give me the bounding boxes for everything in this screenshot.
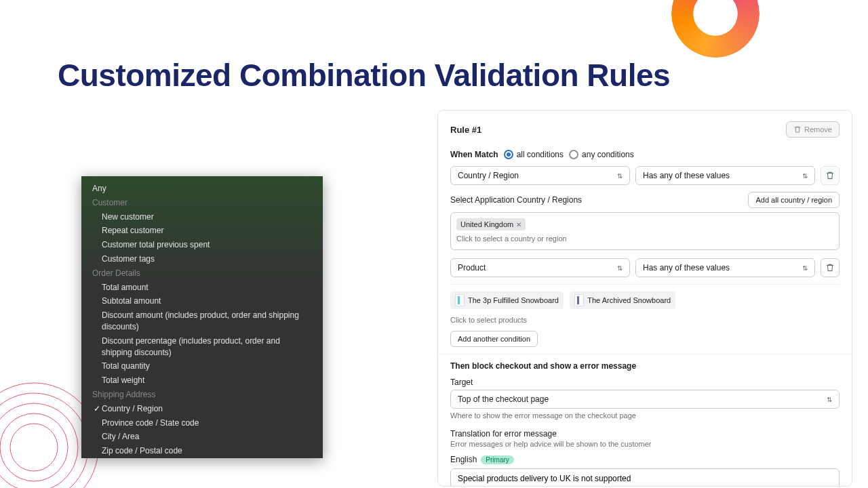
dropdown-item[interactable]: City / Area [81,430,323,444]
dropdown-item[interactable]: Total amount [81,281,323,295]
when-match-label: When Match [450,150,498,159]
remove-label: Remove [804,125,832,134]
svg-point-4 [10,424,58,471]
condition-op-select[interactable]: Has any of these values ⇅ [635,166,815,185]
trash-icon [825,263,835,272]
chevron-icon: ⇅ [802,264,808,272]
select-value: Country / Region [458,171,519,180]
radio-label: any conditions [582,150,634,159]
dropdown-item-selected[interactable]: Country / Region [81,402,323,416]
select-countries-label: Select Application Country / Regions [450,195,582,205]
condition-op-select[interactable]: Has any of these values ⇅ [635,258,815,277]
primary-badge: Primary [481,455,513,464]
remove-chip-icon[interactable]: ✕ [516,221,521,228]
rule-panel: Rule #1 Remove When Match all conditions… [437,110,852,487]
select-value: Top of the checkout page [458,394,549,404]
select-value: Product [458,263,486,272]
product-chip[interactable]: The 3p Fulfilled Snowboard [450,291,564,309]
add-condition-button[interactable]: Add another condition [450,331,538,347]
select-value: Has any of these values [643,171,730,180]
product-thumb-icon [455,294,465,306]
product-chip-label: The Archived Snowboard [587,296,671,304]
chip-label: United Kingdom [460,220,513,228]
product-thumb-icon [574,294,584,306]
divider [438,354,852,354]
radio-label: all conditions [517,150,564,159]
dropdown-item[interactable]: Customer total previous spent [81,238,323,252]
dropdown-item[interactable]: Repeat customer [81,224,323,238]
dropdown-category-shipping: Shipping Address [81,388,323,402]
language-english: English [450,455,477,464]
error-message-input[interactable] [450,468,840,487]
radio-dot-icon [569,150,578,159]
country-chip-input[interactable]: United Kingdom ✕ Click to select a count… [450,212,840,250]
add-all-countries-button[interactable]: Add all country / region [748,192,840,208]
radio-any-conditions[interactable]: any conditions [569,150,634,159]
condition-field-select[interactable]: Product ⇅ [450,258,630,277]
trash-icon [825,171,835,180]
decorative-gradient-ring [671,0,760,58]
products-area[interactable]: The 3p Fulfilled Snowboard The Archived … [450,284,840,324]
select-value: Has any of these values [643,263,730,272]
chevron-icon: ⇅ [617,172,623,180]
target-label: Target [450,378,840,387]
dropdown-item[interactable]: Subtotal amount [81,294,323,308]
dropdown-item[interactable]: Customer tags [81,252,323,266]
dropdown-item-any[interactable]: Any [81,182,323,196]
dropdown-item[interactable]: Total quantity [81,359,323,373]
dropdown-item[interactable]: Total weight [81,373,323,388]
radio-dot-icon [504,150,513,159]
country-chip[interactable]: United Kingdom ✕ [456,218,526,230]
radio-all-conditions[interactable]: all conditions [504,150,564,159]
target-select[interactable]: Top of the checkout page ⇅ [450,390,840,409]
dropdown-item[interactable]: Discount percentage (includes product, o… [81,334,323,360]
remove-rule-button[interactable]: Remove [786,121,840,138]
svg-point-2 [0,403,78,488]
rule-title: Rule #1 [450,125,481,135]
dropdown-category-order: Order Details [81,266,323,281]
product-chip-label: The 3p Fulfilled Snowboard [468,296,559,304]
delete-condition-button[interactable] [821,258,840,277]
translation-label: Translation for error message [450,429,840,439]
block-message-header: Then block checkout and show a error mes… [450,361,840,371]
dropdown-item[interactable]: Discount amount (includes product, order… [81,308,323,334]
dropdown-item[interactable]: Zip code / Postal code [81,444,323,458]
condition-field-select[interactable]: Country / Region ⇅ [450,166,630,185]
target-help: Where to show the error message on the c… [450,411,840,420]
country-placeholder: Click to select a country or region [455,232,835,245]
page-headline: Customized Combination Validation Rules [58,58,670,94]
dropdown-item[interactable]: New customer [81,210,323,224]
chevron-icon: ⇅ [617,264,623,272]
trash-icon [793,125,802,134]
translation-help: Error messages or help advice will be sh… [450,440,840,448]
chevron-icon: ⇅ [802,172,808,180]
field-dropdown-menu[interactable]: Any Customer New customer Repeat custome… [81,176,323,458]
delete-condition-button[interactable] [821,166,840,185]
dropdown-item[interactable]: Province code / State code [81,416,323,430]
product-chip[interactable]: The Archived Snowboard [570,291,675,309]
product-placeholder: Click to select products [450,316,840,324]
dropdown-category-customer: Customer [81,196,323,210]
chevron-icon: ⇅ [827,396,832,403]
